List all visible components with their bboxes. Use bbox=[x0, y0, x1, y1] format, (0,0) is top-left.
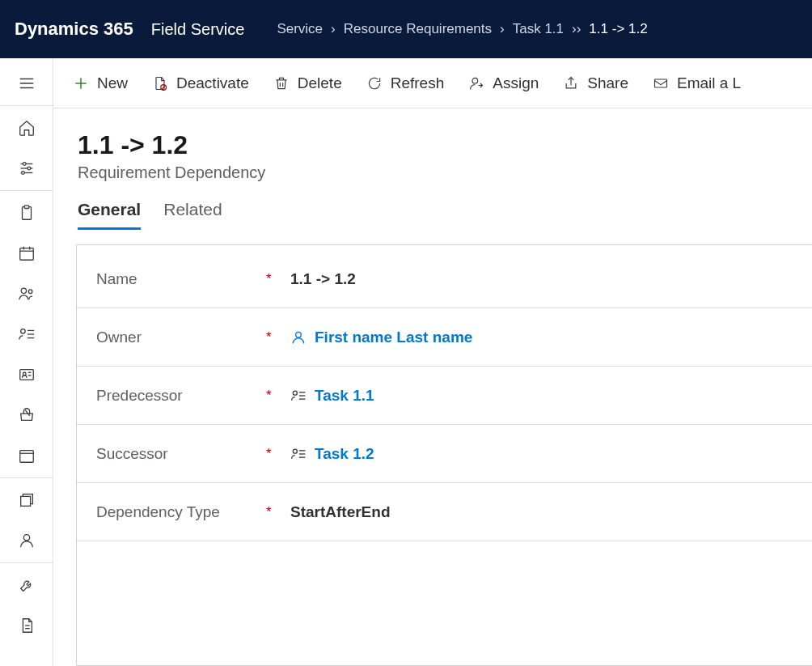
wrench-icon bbox=[18, 576, 36, 594]
nav-sliders[interactable] bbox=[0, 148, 53, 189]
id-card-icon bbox=[18, 366, 36, 384]
field-name-text: 1.1 -> 1.2 bbox=[290, 270, 356, 288]
email-button-label: Email a L bbox=[677, 74, 741, 92]
field-predecessor-label: Predecessor bbox=[96, 387, 266, 405]
person-icon bbox=[290, 329, 307, 346]
nav-windows[interactable] bbox=[0, 480, 53, 520]
assign-button[interactable]: Assign bbox=[459, 70, 548, 97]
main-panel: New Deactivate Delete bbox=[53, 58, 812, 666]
svg-point-42 bbox=[472, 78, 478, 83]
person-icon bbox=[18, 532, 36, 549]
tabs: General Related bbox=[53, 182, 812, 230]
breadcrumb-item-resource-requirements[interactable]: Resource Requirements bbox=[344, 21, 492, 37]
home-icon bbox=[18, 119, 36, 137]
breadcrumb-item-task[interactable]: Task 1.1 bbox=[513, 21, 564, 37]
svg-rect-21 bbox=[19, 370, 33, 380]
nav-clipboard[interactable] bbox=[0, 193, 53, 233]
field-name-value[interactable]: 1.1 -> 1.2 bbox=[290, 270, 812, 288]
tab-related[interactable]: Related bbox=[163, 200, 222, 230]
assign-button-label: Assign bbox=[493, 74, 539, 92]
field-dependency-type: Dependency Type * StartAfterEnd bbox=[77, 483, 812, 541]
breadcrumb-item-current: 1.1 -> 1.2 bbox=[589, 21, 647, 37]
calendar2-icon bbox=[18, 447, 36, 465]
successor-link[interactable]: Task 1.2 bbox=[315, 445, 374, 463]
svg-rect-25 bbox=[19, 451, 33, 463]
assign-icon bbox=[468, 75, 484, 91]
svg-point-17 bbox=[20, 329, 25, 334]
form-panel: Name * 1.1 -> 1.2 Owner * First name Las… bbox=[76, 244, 812, 666]
calendar-icon bbox=[18, 244, 36, 262]
refresh-button[interactable]: Refresh bbox=[357, 70, 455, 97]
refresh-icon bbox=[366, 75, 383, 91]
clipboard-icon bbox=[18, 204, 36, 222]
deactivate-icon bbox=[152, 75, 168, 91]
field-owner-label: Owner bbox=[96, 329, 266, 346]
field-deptype-value[interactable]: StartAfterEnd bbox=[290, 503, 812, 521]
field-predecessor-value[interactable]: Task 1.1 bbox=[290, 387, 812, 405]
required-mark: * bbox=[266, 504, 290, 520]
nav-toolbox[interactable] bbox=[0, 395, 53, 435]
field-owner-value[interactable]: First name Last name bbox=[290, 329, 812, 346]
chevron-double-right-icon: ›› bbox=[572, 21, 581, 37]
deactivate-button[interactable]: Deactivate bbox=[142, 70, 259, 97]
page-title: 1.1 -> 1.2 bbox=[78, 129, 812, 160]
svg-point-4 bbox=[23, 163, 26, 166]
share-button[interactable]: Share bbox=[553, 70, 638, 97]
hamburger-icon bbox=[18, 74, 36, 92]
field-successor-value[interactable]: Task 1.2 bbox=[290, 445, 812, 463]
nav-calendar[interactable] bbox=[0, 233, 53, 274]
deptype-text: StartAfterEnd bbox=[290, 503, 391, 521]
deactivate-button-label: Deactivate bbox=[176, 74, 249, 92]
chevron-right-icon: › bbox=[331, 21, 336, 37]
delete-button[interactable]: Delete bbox=[264, 70, 352, 97]
owner-link[interactable]: First name Last name bbox=[315, 329, 472, 346]
field-deptype-label: Dependency Type bbox=[96, 503, 266, 521]
chevron-right-icon: › bbox=[500, 21, 505, 37]
new-button-label: New bbox=[97, 74, 128, 92]
left-nav-rail bbox=[0, 58, 53, 666]
people-icon bbox=[18, 285, 36, 303]
nav-wrench[interactable] bbox=[0, 565, 53, 605]
predecessor-link[interactable]: Task 1.1 bbox=[315, 387, 374, 405]
share-button-label: Share bbox=[587, 74, 628, 92]
nav-document[interactable] bbox=[0, 605, 53, 646]
email-icon bbox=[653, 75, 669, 91]
nav-people[interactable] bbox=[0, 274, 53, 314]
email-button[interactable]: Email a L bbox=[643, 70, 751, 97]
delete-button-label: Delete bbox=[298, 74, 342, 92]
nav-person-list[interactable] bbox=[0, 314, 53, 354]
nav-home[interactable] bbox=[0, 108, 53, 148]
share-icon bbox=[563, 75, 579, 91]
svg-line-39 bbox=[162, 85, 165, 88]
svg-rect-43 bbox=[654, 79, 666, 87]
refresh-button-label: Refresh bbox=[391, 74, 445, 92]
app-name[interactable]: Field Service bbox=[151, 20, 245, 39]
svg-point-44 bbox=[296, 332, 302, 337]
breadcrumb-item-service[interactable]: Service bbox=[277, 21, 323, 37]
field-successor: Successor * Task 1.2 bbox=[77, 425, 812, 483]
brand-title: Dynamics 365 bbox=[15, 19, 133, 40]
svg-rect-11 bbox=[19, 248, 33, 261]
field-owner: Owner * First name Last name bbox=[77, 308, 812, 367]
tab-general[interactable]: General bbox=[78, 200, 141, 230]
sliders-icon bbox=[18, 159, 36, 177]
command-bar: New Deactivate Delete bbox=[53, 58, 812, 108]
nav-person[interactable] bbox=[0, 520, 53, 561]
menu-toggle-button[interactable] bbox=[0, 63, 53, 104]
field-successor-label: Successor bbox=[96, 445, 266, 463]
breadcrumb: Service › Resource Requirements › Task 1… bbox=[277, 21, 647, 37]
field-name-label: Name bbox=[96, 270, 266, 288]
required-mark: * bbox=[266, 271, 290, 287]
svg-point-15 bbox=[21, 288, 26, 293]
svg-point-45 bbox=[293, 391, 297, 395]
svg-rect-32 bbox=[20, 496, 30, 506]
svg-point-16 bbox=[28, 290, 32, 294]
svg-point-49 bbox=[293, 449, 297, 453]
nav-schedule[interactable] bbox=[0, 435, 53, 476]
required-mark: * bbox=[266, 329, 290, 346]
field-name: Name * 1.1 -> 1.2 bbox=[77, 250, 812, 308]
person-list-icon bbox=[18, 325, 36, 343]
new-button[interactable]: New bbox=[63, 70, 137, 97]
nav-id-card[interactable] bbox=[0, 354, 53, 395]
svg-point-6 bbox=[27, 167, 30, 170]
